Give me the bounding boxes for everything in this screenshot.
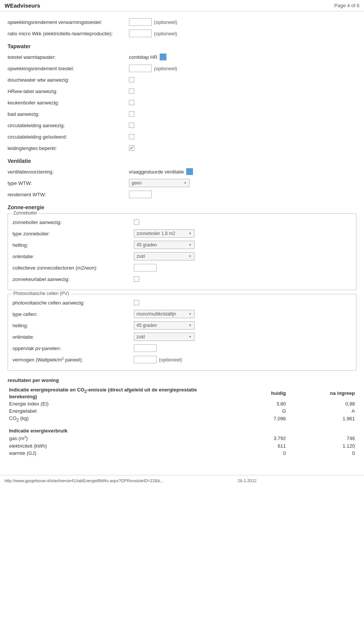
- tapwater-checkbox-checked-8[interactable]: [129, 145, 134, 151]
- tapwater-row-8: leidinglengtes beperkt:: [8, 144, 356, 153]
- indic-ev-row-1: elektriciteit (kWh) 611 1.120: [8, 442, 356, 450]
- verwarmings-value-1: (optioneel): [129, 18, 177, 26]
- zonneboiler-row-5: zonnekeurlabel aanwezig:: [13, 275, 351, 284]
- tapwater-text-0: combitap HR: [129, 54, 157, 60]
- ventilatie-row-2: rendement WTW:: [8, 190, 356, 199]
- verwarmings-input-2[interactable]: [129, 30, 152, 37]
- tapwater-checkbox-6[interactable]: [129, 123, 134, 128]
- zonneboiler-checkbox-0[interactable]: [134, 219, 139, 225]
- tapwater-label-0: toestel warmtapwater:: [8, 54, 129, 60]
- indic-ev-title-row: Indicatie energieverbruik: [8, 427, 356, 434]
- tapwater-label-2: douchewater wtw aanwezig:: [8, 77, 129, 83]
- indic-ep-ingreep-2: 1.961: [287, 415, 356, 423]
- verwarmings-label-2: ratio micro Wkk (elektriciteits-/warmtep…: [8, 31, 129, 36]
- resultaten-section: resultaten per woning Indicatie energiep…: [8, 377, 356, 457]
- ventilatie-select-1[interactable]: geen: [129, 179, 190, 187]
- zonneboiler-input-4[interactable]: [134, 264, 157, 271]
- page-header: WEadviseurs Page 4 of 6: [0, 0, 364, 11]
- verwarmings-row-1: opwekkingsrendement verwarmingstoestel: …: [8, 17, 356, 27]
- tapwater-checkbox-4[interactable]: [129, 100, 134, 105]
- tapwater-checkbox-2[interactable]: [129, 77, 134, 82]
- indic-ep-huidig-0: 3,80: [218, 400, 287, 407]
- pv-row-0: photovoltaische cellen aanwezig:: [13, 298, 351, 307]
- ventilatie-label-0: ventilatievoorziening:: [8, 169, 129, 175]
- zonneboiler-row-2: helling: 45 graden: [13, 240, 351, 249]
- tapwater-checkbox-3[interactable]: [129, 88, 134, 94]
- zonneboiler-select-1[interactable]: zonneboiler 1,8 m2: [134, 229, 195, 238]
- pv-input-5[interactable]: [134, 356, 157, 363]
- tapwater-checkbox-7[interactable]: [129, 134, 134, 139]
- footer-date: 26-1-2012: [238, 478, 257, 483]
- pv-row-1: type cellen: mono/multikristallijn: [13, 309, 351, 319]
- tapwater-value-3: [129, 88, 134, 94]
- indic-ev-label-2: warmte (GJ): [8, 450, 218, 457]
- indic-ep-huidig-2: 7.096: [218, 415, 287, 423]
- pv-value-1: mono/multikristallijn: [134, 310, 195, 318]
- pv-checkbox-0[interactable]: [134, 300, 139, 305]
- pv-value-5: (optioneel): [134, 356, 182, 363]
- ventilatie-input-2[interactable]: [129, 191, 152, 198]
- tapwater-label-5: bad aanwezig:: [8, 111, 129, 117]
- tapwater-value-1: (optioneel): [129, 65, 177, 72]
- footer-url: http://www.gprgebouw.nl/start/versie41/t…: [5, 478, 163, 483]
- tapwater-value-4: [129, 100, 134, 105]
- ventilatie-value-1: geen: [129, 179, 190, 187]
- tapwater-row-4: keukenboiler aanwezig:: [8, 98, 356, 107]
- zonneboiler-label-2: helling:: [13, 242, 134, 248]
- ventilatie-value-0: vraaggestuurde ventilatie: [129, 168, 193, 175]
- pv-input-4[interactable]: [134, 344, 157, 352]
- ventilatie-label-2: rendement WTW:: [8, 192, 129, 197]
- tapwater-row-0: toestel warmtapwater: combitap HR: [8, 52, 356, 62]
- zonneboiler-row-0: zonneboiler aanwezig:: [13, 218, 351, 227]
- tapwater-value-6: [129, 123, 134, 128]
- ventilatie-row-0: ventilatievoorziening: vraaggestuurde ve…: [8, 167, 356, 176]
- pv-select-2[interactable]: 45 graden: [134, 321, 195, 330]
- tapwater-row-7: circulatieleiding geïsoleerd:: [8, 132, 356, 141]
- indic-ev-col-ingreep: [287, 427, 356, 434]
- zonneboiler-checkbox-5[interactable]: [134, 276, 139, 282]
- indic-ev-ingreep-0: 746: [287, 434, 356, 442]
- indicatie-ep-table: Indicatie energieprestatie en CO2-emissi…: [8, 386, 356, 423]
- pv-select-3[interactable]: zuid: [134, 333, 195, 341]
- tapwater-label-1: opwekkingsrendement toestel:: [8, 66, 129, 71]
- indic-ev-col-huidig: [218, 427, 287, 434]
- tapwater-row-6: circulatieleiding aanwezig:: [8, 121, 356, 130]
- tapwater-label-8: leidinglengtes beperkt:: [8, 145, 129, 151]
- indic-ep-label-0: Energie index (EI): [8, 400, 218, 407]
- indic-ev-ingreep-2: 0: [287, 450, 356, 457]
- tapwater-value-7: [129, 134, 134, 139]
- tapwater-value-0: combitap HR: [129, 54, 166, 60]
- indic-ep-row-1: Energielabel G A: [8, 407, 356, 415]
- indic-ep-huidig-1: G: [218, 407, 287, 415]
- zonneboiler-select-3[interactable]: zuid: [134, 252, 195, 260]
- ventilatie-blue-0[interactable]: [186, 168, 193, 175]
- main-content: opwekkingsrendement verwarmingstoestel: …: [0, 11, 364, 467]
- indic-ev-huidig-1: 611: [218, 442, 287, 450]
- zonneboiler-value-5: [134, 276, 139, 282]
- pv-select-1[interactable]: mono/multikristallijn: [134, 310, 195, 318]
- resultaten-heading: resultaten per woning: [8, 377, 356, 383]
- pv-row-4: oppervlak pv-panelen:: [13, 344, 351, 353]
- tapwater-label-3: HRww-label aanwezig:: [8, 88, 129, 94]
- indic-ev-label-1: elektriciteit (kWh): [8, 442, 218, 450]
- indic-ep-row-0: Energie index (EI) 3,80 0,98: [8, 400, 356, 407]
- indic-ep-title-row: Indicatie energieprestatie en CO2-emissi…: [8, 386, 356, 400]
- indic-ep-label-2: CO2 (kg): [8, 415, 218, 423]
- verwarmings-input-1[interactable]: [129, 18, 152, 26]
- indic-ev-huidig-2: 0: [218, 450, 287, 457]
- brand-title: WEadviseurs: [5, 2, 40, 9]
- indicatie-ev-table: Indicatie energieverbruik gas (m3) 3.792…: [8, 427, 356, 456]
- zonneboiler-value-2: 45 graden: [134, 241, 195, 249]
- tapwater-label-6: circulatieleiding aanwezig:: [8, 123, 129, 128]
- tapwater-optioneel-1: (optioneel): [154, 66, 177, 71]
- zonne-energie-heading: Zonne-energie: [8, 204, 356, 210]
- zonneboiler-value-0: [134, 219, 139, 225]
- page-info: Page 4 of 6: [334, 3, 360, 8]
- indic-ep-col-ingreep: na ingreep: [287, 386, 356, 400]
- zonneboiler-label-3: oriëntatie:: [13, 254, 134, 259]
- zonneboiler-label-0: zonneboiler aanwezig:: [13, 219, 134, 225]
- zonneboiler-select-2[interactable]: 45 graden: [134, 241, 195, 249]
- tapwater-checkbox-5[interactable]: [129, 111, 134, 117]
- tapwater-input-1[interactable]: [129, 65, 152, 72]
- tapwater-blue-0[interactable]: [160, 54, 166, 60]
